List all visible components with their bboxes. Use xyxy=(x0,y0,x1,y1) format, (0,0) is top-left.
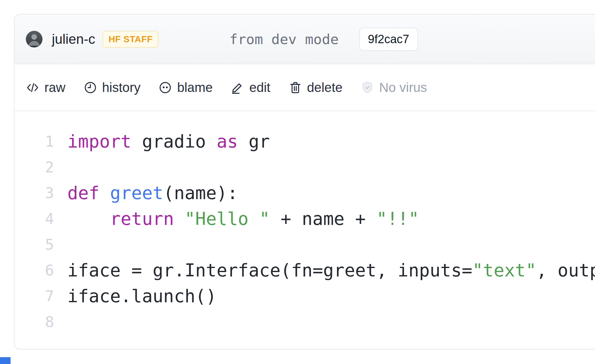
edit-label: edit xyxy=(249,80,270,95)
code-text: import gradio as gr xyxy=(67,131,270,152)
line-number[interactable]: 5 xyxy=(15,236,54,253)
line-number[interactable]: 6 xyxy=(15,262,54,279)
line-number[interactable]: 2 xyxy=(15,158,54,176)
commit-message[interactable]: from dev mode xyxy=(229,31,338,48)
delete-button[interactable]: delete xyxy=(288,80,343,95)
file-toolbar: raw history blame edit xyxy=(15,64,595,111)
commit-header: julien-c HF STAFF from dev mode 9f2cac7 xyxy=(15,15,595,64)
pencil-icon xyxy=(230,80,245,95)
code-text: def greet(name): xyxy=(67,183,238,203)
clock-icon xyxy=(83,80,98,95)
virus-scan-label: No virus xyxy=(379,80,427,95)
code-line: 3def greet(name): xyxy=(15,180,595,206)
delete-label: delete xyxy=(307,80,343,95)
code-text: iface = gr.Interface(fn=greet, inputs="t… xyxy=(67,260,595,280)
code-line: 4 return "Hello " + name + "!!" xyxy=(15,206,595,231)
line-number[interactable]: 8 xyxy=(15,313,54,330)
code-text: iface.launch() xyxy=(67,286,216,306)
edit-button[interactable]: edit xyxy=(230,80,270,95)
avatar-image xyxy=(26,31,43,48)
hf-staff-badge: HF STAFF xyxy=(102,31,158,48)
avatar[interactable] xyxy=(26,31,43,48)
partial-element-bottom-left xyxy=(0,357,11,364)
file-viewer-card: julien-c HF STAFF from dev mode 9f2cac7 … xyxy=(14,14,595,349)
raw-button[interactable]: raw xyxy=(25,80,66,95)
trash-icon xyxy=(288,80,302,95)
blame-button[interactable]: blame xyxy=(158,80,212,95)
code-line: 7iface.launch() xyxy=(15,283,595,309)
history-button[interactable]: history xyxy=(83,80,141,95)
blame-label: blame xyxy=(177,80,212,95)
code-line: 6iface = gr.Interface(fn=greet, inputs="… xyxy=(15,257,595,283)
line-number[interactable]: 7 xyxy=(15,287,54,305)
blame-face-icon xyxy=(158,80,172,95)
code-line: 5 xyxy=(15,231,595,257)
line-number[interactable]: 3 xyxy=(15,184,54,202)
line-number[interactable]: 1 xyxy=(15,133,54,150)
code-line: 1import gradio as gr xyxy=(15,128,595,154)
raw-label: raw xyxy=(44,80,66,95)
author-username[interactable]: julien-c xyxy=(52,31,95,47)
code-text: return "Hello " + name + "!!" xyxy=(67,208,419,229)
history-label: history xyxy=(102,80,141,95)
code-line: 8 xyxy=(15,309,595,334)
code-viewer: 1import gradio as gr23def greet(name):4 … xyxy=(15,111,595,349)
virus-scan-status: No virus xyxy=(360,80,427,95)
code-icon xyxy=(25,80,40,95)
line-number[interactable]: 4 xyxy=(15,210,54,227)
code-lines: 1import gradio as gr23def greet(name):4 … xyxy=(15,128,595,334)
code-line: 2 xyxy=(15,154,595,180)
shield-check-icon xyxy=(360,80,375,95)
commit-hash[interactable]: 9f2cac7 xyxy=(359,28,418,51)
